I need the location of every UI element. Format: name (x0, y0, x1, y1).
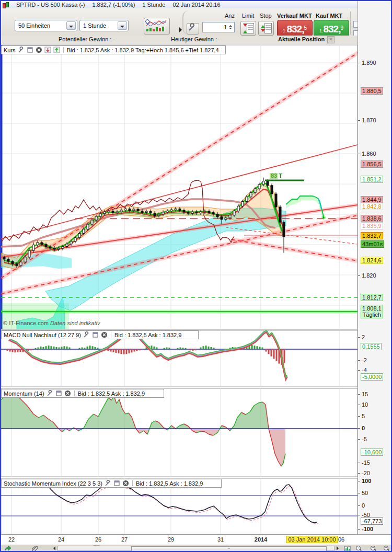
axis-label: 0,1555 (361, 343, 382, 350)
axis-label: 1.890 (361, 60, 377, 66)
arrow-up-icon[interactable] (53, 47, 60, 53)
wrench-icon[interactable] (83, 331, 90, 338)
quote-text: Bid : 1.832,5 Ask : 1.832,9 Tag:+Hoch 1.… (67, 47, 219, 53)
chart-area[interactable]: 83 T 1.8901.880,51.8701.8601.856,51.851,… (1, 44, 391, 534)
arrow-down-icon[interactable] (44, 47, 51, 53)
scroll-right-icon[interactable] (337, 546, 341, 550)
window-icon[interactable] (92, 331, 99, 338)
axis-label: 5 (361, 413, 366, 419)
macd-panel-header: MACD Null Nachlauf (12 27 9) Bid : 1.832… (1, 330, 199, 339)
axis-label: 43m01s (361, 240, 384, 248)
scroll-left-icon[interactable] (51, 546, 55, 550)
window-icon[interactable] (27, 47, 33, 53)
chart-export-icon[interactable] (344, 545, 351, 551)
watermark-disclaimer: Daten sind indikativ (50, 320, 100, 326)
time-label: 2014 (255, 536, 267, 543)
axis-label: -4 (361, 367, 368, 373)
axis-label: -5,0000 (361, 373, 383, 381)
scrollbar-track[interactable] (57, 546, 335, 551)
watermark: © IT-Finance.com Daten sind indikativ (3, 320, 100, 326)
axis-label: -100 (361, 526, 374, 532)
wrench-icon[interactable] (105, 480, 111, 487)
axis-label: -5 (361, 436, 368, 442)
axis-label: 1.851,2 (361, 176, 383, 183)
watermark-copyright: © IT-Finance.com (3, 320, 49, 326)
time-label: 22 (8, 536, 15, 543)
chart-plots[interactable]: 83 T (1, 1, 359, 535)
momentum-panel-header: Momentum (14) Bid : 1.832,5 Ask : 1.832,… (1, 389, 164, 398)
axis-label: 0 (361, 425, 366, 431)
axis-label: 15 (361, 391, 369, 397)
panel-title: MACD Null Nachlauf (12 27 9) (4, 332, 81, 338)
axis-label: 1.860 (361, 151, 377, 157)
axis-label: 10 (361, 401, 369, 408)
attachment-icon[interactable] (31, 545, 39, 551)
close-icon[interactable] (101, 331, 108, 338)
window-icon[interactable] (55, 390, 62, 397)
zoom-in-icon[interactable]: + (383, 545, 390, 551)
window-icon[interactable] (113, 480, 120, 487)
panel-title: Kurs (4, 47, 16, 53)
axis-label: 1.812,7 (361, 294, 383, 301)
wrench-icon[interactable] (47, 390, 53, 397)
bottom-toolbar: ↑ − + (1, 545, 391, 551)
axis-label: 1.808,1 Täglich (361, 305, 383, 318)
axis-label: -67,773 (361, 518, 383, 525)
axis-label: -2 (361, 357, 368, 363)
time-label: 31 (217, 536, 224, 543)
wrench-icon[interactable] (18, 47, 25, 53)
quote-text: Bid : 1.832,5 Ask : 1.832,9 (114, 332, 181, 338)
share-icon[interactable] (4, 545, 11, 551)
price-axis[interactable]: 1.8901.880,51.8701.8601.856,51.851,21.84… (358, 1, 391, 534)
axis-label: -15 (361, 459, 371, 466)
axis-label: 1.870 (361, 117, 377, 123)
time-label: 24 (58, 536, 64, 543)
panel-title: Stochastic Momentum Index (22 3 5 3) (4, 480, 102, 487)
axis-label: 1.820 (361, 272, 377, 279)
axis-label: 50 (361, 490, 369, 496)
close-icon[interactable] (36, 47, 42, 53)
axis-label: 0 (361, 502, 366, 509)
axis-label: 1.880,5 (361, 87, 383, 95)
time-label: 26 (95, 536, 101, 543)
panel-title: Momentum (14) (4, 390, 44, 397)
trading-window: SPTRD - US 500 Kassa (-) 1.832,7 (-1,00%… (0, 0, 392, 552)
scrollbar-thumb[interactable] (131, 546, 327, 551)
zoom-out-icon[interactable]: − (370, 545, 377, 551)
axis-label: -20 (361, 470, 371, 476)
axis-label: 1.838,6 (361, 215, 383, 222)
zoom-cursor-icon[interactable]: ↑ (355, 545, 362, 551)
cursor-date-badge: 03 Jan 2014 10:00 (286, 536, 338, 543)
axis-label: -10,600 (361, 448, 383, 456)
quote-text: Bid : 1.832,5 Ask : 1.832,9 (78, 390, 145, 397)
axis-label: 1.844,9 (361, 196, 383, 203)
close-icon[interactable] (64, 390, 71, 397)
time-axis[interactable]: 22242627293120140603 Jan 2014 10:00 (1, 534, 391, 545)
axis-label: 1.832,7 (361, 232, 383, 239)
price-panel-header: Kurs Bid : 1.832,5 Ask : 1.832,9 Tag:+Ho… (1, 45, 226, 54)
axis-label: 1.842,8 (361, 203, 383, 210)
axis-label: 1.835,9 (361, 222, 383, 229)
axis-label: 2 (361, 334, 366, 340)
time-label: 06 (338, 536, 344, 543)
quote-text: Bid : 1.832,5 Ask : 1.832,9 (136, 480, 203, 487)
stoch-panel-header: Stochastic Momentum Index (22 3 5 3) Bid… (1, 479, 222, 488)
close-icon[interactable] (122, 480, 129, 487)
axis-label: 100 (361, 478, 372, 484)
time-label: 27 (121, 536, 128, 543)
axis-label: 1.856,5 (361, 160, 383, 168)
axis-label: 1.824,6 (361, 257, 383, 264)
time-label: 29 (168, 536, 174, 543)
